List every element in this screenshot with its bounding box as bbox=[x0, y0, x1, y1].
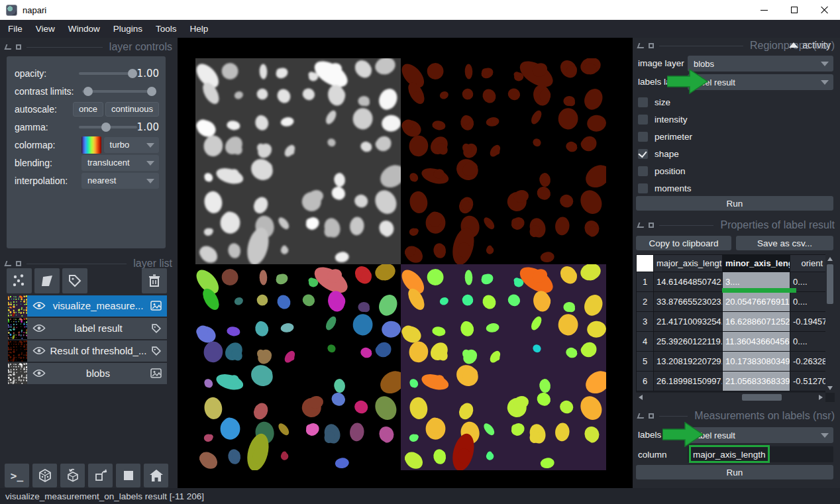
scroll-right-icon[interactable] bbox=[819, 395, 823, 400]
quadrant-visualized-measurement[interactable] bbox=[401, 264, 606, 470]
close-button[interactable] bbox=[810, 0, 840, 20]
table-row[interactable]: 2 33.87665523023... 20.05476676911... 0.… bbox=[637, 292, 826, 312]
delete-layer-button[interactable] bbox=[142, 268, 167, 293]
interpolation-dropdown[interactable]: nearest bbox=[81, 173, 159, 189]
table-row[interactable]: 4 25.39260122119... 11.36043660456... 0.… bbox=[637, 332, 826, 352]
column-header-major-axis-length[interactable]: major_axis_length bbox=[654, 255, 723, 272]
hide-panel-icon[interactable] bbox=[16, 261, 21, 266]
hide-panel-icon[interactable] bbox=[649, 43, 654, 48]
float-panel-icon[interactable] bbox=[5, 261, 13, 266]
menu-view[interactable]: View bbox=[29, 24, 62, 34]
layer-thumbnail bbox=[8, 363, 27, 384]
new-points-layer-button[interactable] bbox=[7, 268, 32, 293]
checkbox-box[interactable] bbox=[638, 183, 648, 193]
interpolation-label: interpolation: bbox=[15, 176, 81, 186]
viewer-canvas[interactable] bbox=[178, 38, 633, 488]
chevron-up-icon bbox=[789, 42, 798, 48]
home-reset-view-button[interactable] bbox=[144, 464, 168, 487]
opacity-slider[interactable] bbox=[79, 69, 137, 78]
float-panel-icon[interactable] bbox=[637, 223, 646, 228]
gamma-slider[interactable] bbox=[79, 123, 137, 132]
layer-row-result-of-threshold[interactable]: Result of threshold_... bbox=[8, 340, 167, 362]
layer-row-blobs[interactable]: blobs bbox=[8, 362, 167, 384]
quadrant-label-result[interactable] bbox=[195, 264, 401, 470]
labels-layer-dropdown[interactable]: label result bbox=[688, 74, 833, 90]
hide-panel-icon[interactable] bbox=[649, 413, 654, 419]
menu-plugins[interactable]: Plugins bbox=[107, 24, 149, 34]
checkbox-box[interactable] bbox=[638, 97, 648, 107]
table-row[interactable]: 3 21.41710093254... 16.62886071252... -0… bbox=[637, 312, 826, 332]
column-label: column bbox=[638, 450, 667, 460]
checkbox-box[interactable] bbox=[638, 132, 648, 142]
opacity-label: opacity: bbox=[15, 68, 79, 79]
table-row[interactable]: 5 13.20819220729... 10.17383080349... -0… bbox=[637, 352, 826, 372]
quadrant-threshold-result[interactable] bbox=[401, 58, 606, 264]
autoscale-once-button[interactable]: once bbox=[73, 102, 103, 117]
checkbox-moments[interactable]: moments bbox=[638, 179, 692, 197]
maximize-button[interactable] bbox=[779, 0, 810, 20]
menu-tools[interactable]: Tools bbox=[149, 24, 184, 34]
table-row[interactable]: 6 26.18998150997... 21.05683368339... -0… bbox=[637, 372, 826, 391]
table-vertical-scrollbar[interactable] bbox=[825, 254, 835, 393]
properties-table: major_axis_length minor_axis_length orie… bbox=[636, 254, 835, 402]
table-horizontal-scrollbar[interactable] bbox=[636, 393, 825, 402]
float-panel-icon[interactable] bbox=[5, 44, 13, 50]
eye-visible-icon[interactable] bbox=[32, 369, 46, 378]
scroll-up-icon[interactable] bbox=[827, 257, 833, 261]
eye-visible-icon[interactable] bbox=[32, 324, 46, 332]
polygon-icon bbox=[40, 274, 54, 288]
hide-panel-icon[interactable] bbox=[16, 44, 21, 50]
minimize-button[interactable] bbox=[749, 0, 779, 20]
measurements-run-button[interactable]: Run bbox=[636, 465, 833, 479]
scroll-left-icon[interactable] bbox=[639, 395, 643, 400]
float-panel-icon[interactable] bbox=[637, 413, 646, 419]
blending-dropdown[interactable]: translucent bbox=[81, 155, 159, 171]
menu-file[interactable]: File bbox=[1, 24, 29, 34]
layer-row-visualize-measurement[interactable]: visualize_measure... bbox=[8, 295, 167, 317]
checkbox-position[interactable]: position bbox=[638, 162, 692, 179]
checkbox-box[interactable] bbox=[638, 166, 648, 176]
eye-visible-icon[interactable] bbox=[32, 346, 46, 355]
checkbox-intensity[interactable]: intensity bbox=[638, 111, 692, 128]
scroll-down-icon[interactable] bbox=[827, 386, 833, 390]
ndisplay-toggle-button[interactable] bbox=[32, 464, 57, 487]
checkbox-box[interactable] bbox=[638, 115, 648, 125]
save-as-csv-button[interactable]: Save as csv... bbox=[736, 236, 833, 250]
float-panel-icon[interactable] bbox=[637, 43, 646, 48]
roll-dimensions-button[interactable] bbox=[60, 464, 85, 487]
column-header-orientation[interactable]: orient bbox=[790, 255, 826, 272]
status-bar: visualize_measurement_on_labels result [… bbox=[0, 488, 840, 504]
checkbox-perimeter[interactable]: perimeter bbox=[638, 128, 692, 145]
autoscale-continuous-button[interactable]: continuous bbox=[105, 102, 159, 117]
layer-name: blobs bbox=[46, 368, 150, 379]
trash-icon bbox=[148, 274, 161, 288]
copy-to-clipboard-button[interactable]: Copy to clipboard bbox=[636, 236, 731, 250]
quadrant-blobs-image[interactable] bbox=[195, 58, 401, 264]
menu-help[interactable]: Help bbox=[184, 24, 215, 34]
layer-name: label result bbox=[46, 323, 151, 334]
hide-panel-icon[interactable] bbox=[649, 223, 654, 228]
measurements-labels-layer-dropdown[interactable]: label result bbox=[688, 427, 833, 443]
viewer-buttons-row: >_ bbox=[5, 464, 168, 487]
checkbox-size[interactable]: size bbox=[638, 93, 692, 111]
checkbox-box[interactable] bbox=[638, 149, 648, 159]
maximize-icon bbox=[791, 7, 798, 13]
image-layer-dropdown[interactable]: blobs bbox=[688, 56, 833, 72]
napari-logo-icon bbox=[6, 5, 17, 16]
transpose-dimensions-button[interactable] bbox=[88, 464, 113, 487]
new-labels-layer-button[interactable] bbox=[62, 268, 87, 293]
layer-row-label-result[interactable]: label result bbox=[8, 317, 167, 339]
points-icon bbox=[12, 274, 26, 288]
table-corner-cell[interactable] bbox=[637, 255, 654, 272]
checkbox-shape[interactable]: shape bbox=[638, 145, 692, 162]
column-header-minor-axis-length[interactable]: minor_axis_length bbox=[723, 255, 790, 272]
new-shapes-layer-button[interactable] bbox=[34, 268, 60, 293]
colormap-dropdown[interactable]: turbo bbox=[104, 137, 159, 153]
activity-toggle[interactable]: activity bbox=[789, 40, 831, 50]
contrast-limits-slider[interactable] bbox=[82, 87, 156, 96]
regionprops-run-button[interactable]: Run bbox=[636, 196, 833, 211]
grid-view-button[interactable] bbox=[116, 464, 140, 487]
menu-window[interactable]: Window bbox=[62, 24, 107, 34]
console-button[interactable]: >_ bbox=[5, 464, 29, 487]
eye-visible-icon[interactable] bbox=[32, 301, 46, 310]
